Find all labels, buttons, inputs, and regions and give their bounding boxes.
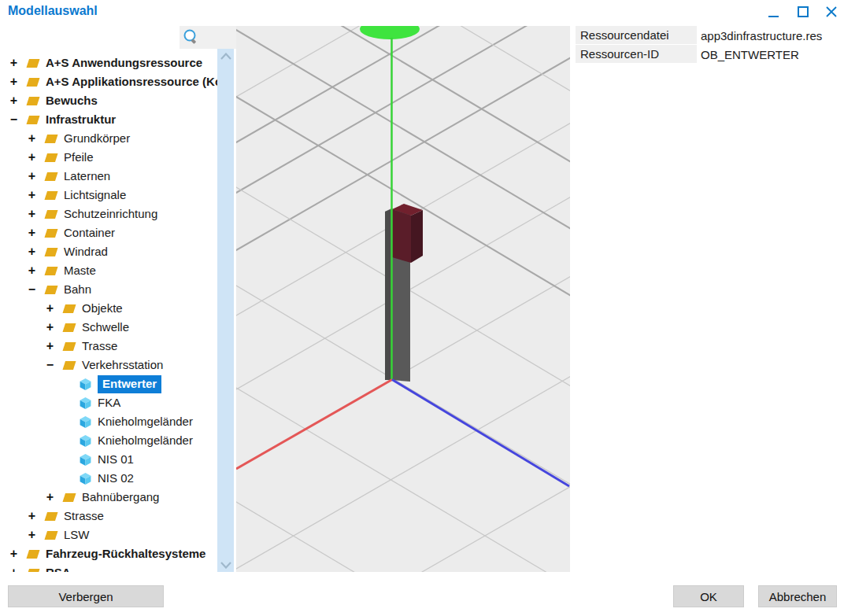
tree-item-label: Bahnübergang (82, 489, 159, 505)
folder-icon (24, 567, 40, 572)
minimize-button[interactable] (761, 2, 786, 22)
search-input[interactable] (0, 26, 180, 49)
validator-box-model (392, 204, 423, 263)
expander-toggle[interactable]: + (8, 547, 20, 561)
tree-item[interactable]: NIS 01 (0, 450, 236, 469)
tree-item-label: Container (64, 225, 115, 241)
expander-toggle[interactable]: − (26, 282, 38, 297)
tree-item-label: Pfeile (64, 149, 94, 165)
expander-toggle[interactable]: + (26, 226, 38, 240)
dialog-title: Modellauswahl (8, 4, 98, 18)
tree-item[interactable]: + LSW (0, 526, 236, 544)
maximize-icon (798, 6, 809, 17)
tree-item-label: Trasse (82, 338, 117, 354)
scroll-down-button[interactable] (217, 558, 234, 572)
expander-toggle[interactable]: − (44, 358, 56, 372)
tree-item[interactable]: + Lichtsignale (0, 186, 236, 205)
expander-toggle[interactable]: + (26, 528, 38, 542)
expander-toggle[interactable]: + (26, 131, 38, 146)
tree-item[interactable]: + Schutzeinrichtung (0, 205, 236, 223)
tree-item[interactable]: + Bewuchs (0, 91, 236, 110)
tree-item[interactable]: + Strasse (0, 507, 236, 526)
tree-scrollbar[interactable] (217, 49, 234, 572)
footer-bar: Verbergen OK Abbrechen (0, 577, 844, 616)
abbrechen-button[interactable]: Abbrechen (758, 585, 837, 607)
tree-item[interactable]: + Bahnübergang (0, 488, 236, 507)
tree-item[interactable]: FKA (0, 393, 236, 412)
verbergen-button[interactable]: Verbergen (8, 585, 164, 607)
ok-button[interactable]: OK (673, 585, 744, 607)
expander-toggle[interactable]: + (44, 301, 56, 315)
tree-item[interactable]: − Infrastruktur (0, 110, 236, 129)
tree-item[interactable]: + Grundkörper (0, 129, 236, 148)
tree-item[interactable]: + Pfeile (0, 148, 236, 167)
scroll-up-button[interactable] (217, 49, 234, 63)
tree-item[interactable]: + Fahrzeug-Rückhaltesysteme (0, 544, 236, 563)
tree-item-label: Schwelle (82, 319, 129, 335)
tree-filter-row (0, 26, 236, 49)
tree-item-label: NIS 02 (98, 470, 134, 486)
tree-item-label: Maste (64, 263, 96, 278)
expander-toggle[interactable]: + (8, 566, 20, 572)
modellauswahl-dialog: Modellauswahl + A+S Anwendungsressource+… (0, 0, 844, 616)
expander-toggle[interactable]: + (8, 56, 20, 70)
tree-item[interactable]: + Windrad (0, 242, 236, 261)
tree-item-label: Verkehrsstation (82, 357, 163, 373)
3d-viewport[interactable] (236, 26, 570, 572)
expander-toggle[interactable]: + (44, 320, 56, 334)
folder-icon (43, 511, 58, 522)
expander-toggle[interactable]: + (26, 207, 38, 221)
tree-item[interactable]: + RSA (0, 563, 236, 572)
search-button[interactable] (180, 26, 236, 49)
expander-toggle[interactable]: + (26, 169, 38, 183)
tree-item[interactable]: + A+S Anwendungsressource (0, 53, 236, 72)
tree-item[interactable]: − Verkehrsstation (0, 356, 236, 374)
expander-toggle[interactable]: + (8, 75, 20, 89)
minimize-icon (768, 16, 779, 17)
folder-icon (24, 57, 40, 68)
expander-toggle[interactable]: − (8, 113, 20, 127)
tree-item-label: NIS 01 (98, 452, 134, 467)
tree-item-label: Knieholmgeländer (98, 414, 193, 430)
folder-icon (43, 171, 58, 182)
tree-item-label: Windrad (64, 244, 108, 260)
tree-item[interactable]: Entwerter (0, 374, 236, 393)
tree-item[interactable]: Knieholmgeländer (0, 431, 236, 450)
close-button[interactable] (819, 2, 844, 22)
expander-toggle[interactable]: + (26, 509, 38, 523)
title-bar[interactable]: Modellauswahl (0, 0, 844, 26)
cube-icon (79, 415, 92, 429)
expander-toggle[interactable]: + (44, 490, 56, 504)
tree-item-label: Lichtsignale (64, 187, 126, 203)
tree-item[interactable]: + Maste (0, 261, 236, 280)
folder-icon (43, 190, 58, 201)
tree-item[interactable]: + Trasse (0, 337, 236, 356)
tree-item[interactable]: + Container (0, 223, 236, 242)
tree-item[interactable]: + Objekte (0, 299, 236, 318)
expander-toggle[interactable]: + (26, 188, 38, 202)
folder-icon (43, 265, 58, 276)
tree-item[interactable]: + Laternen (0, 167, 236, 186)
expander-toggle[interactable]: + (26, 150, 38, 164)
expander-toggle[interactable]: + (26, 245, 38, 259)
maximize-button[interactable] (790, 2, 816, 22)
property-row: Ressourcendateiapp3dinfrastructure.res (576, 26, 844, 45)
folder-icon (43, 246, 58, 257)
expander-toggle[interactable]: + (26, 264, 38, 278)
grid-line (236, 26, 570, 171)
model-tree[interactable]: + A+S Anwendungsressource+ A+S Applikati… (0, 49, 236, 572)
tree-item[interactable]: Knieholmgeländer (0, 412, 236, 431)
folder-icon (24, 114, 40, 125)
folder-icon (61, 303, 76, 314)
tree-item[interactable]: − Bahn (0, 280, 236, 299)
folder-icon (24, 95, 40, 106)
folder-icon (61, 360, 76, 371)
tree-item[interactable]: + A+S Applikationsressource (Ko (0, 72, 236, 91)
tree-item-label: Fahrzeug-Rückhaltesysteme (46, 546, 205, 562)
expander-toggle[interactable]: + (44, 339, 56, 353)
expander-toggle[interactable]: + (8, 94, 20, 108)
folder-icon (43, 152, 58, 163)
tree-item[interactable]: NIS 02 (0, 469, 236, 488)
tree-item[interactable]: + Schwelle (0, 318, 236, 337)
grid-line (236, 378, 570, 572)
